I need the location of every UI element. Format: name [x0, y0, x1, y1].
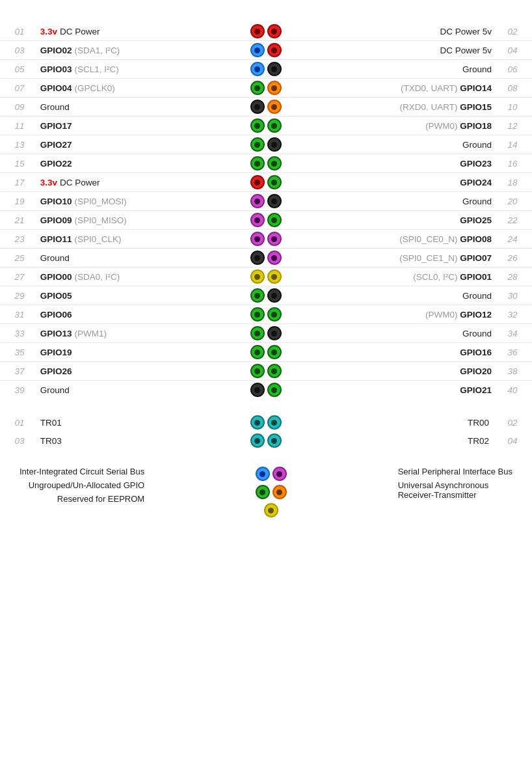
pin-inner: [271, 217, 277, 223]
pin-right: [267, 137, 282, 152]
pin-left: [250, 194, 265, 208]
pin-inner: [254, 349, 260, 355]
gpio-title: [0, 7, 532, 18]
pin-inner: [254, 420, 260, 426]
pin-inner: [254, 199, 260, 204]
pin-number-right: 16: [493, 154, 532, 173]
pin-connector: [226, 305, 307, 324]
legend-right-col: Serial Peripheral Interface Bus Universa…: [398, 467, 512, 500]
table-row: 35 GPIO19 GPIO16 36: [0, 343, 532, 362]
pin-left: [250, 383, 265, 397]
table-row: 37 GPIO26 GPIO20 38: [0, 362, 532, 381]
pin-inner: [271, 293, 277, 299]
pin-right: [267, 62, 282, 76]
gpio-table: 01 3.3v DC Power DC Power 5v 02 03 GPIO0…: [0, 18, 532, 399]
table-row: 27 GPIO00 (SDA0, I²C) (SCL0, I²C) GPIO01…: [0, 267, 532, 286]
pin-name-left: GPIO03 (SCL1, I²C): [39, 60, 226, 79]
pin-left: [250, 269, 265, 284]
pin-name-left: Ground: [39, 381, 226, 400]
pin-left: [250, 118, 265, 133]
legend-i2c-label: Inter-Integrated Circuit Serial Bus: [20, 467, 144, 476]
pin-number-left: 17: [0, 173, 39, 192]
pin-left: [250, 213, 265, 227]
pin-inner: [271, 255, 277, 261]
pin-number-left: 23: [0, 230, 39, 249]
pin-right: [267, 307, 282, 322]
poe-table-row: 01 TR01 TR00 02: [0, 413, 532, 432]
legend-eeprom-label: Reserved for EEPROM: [57, 494, 144, 504]
legend-section: Inter-Integrated Circuit Serial Bus Ungr…: [0, 464, 532, 520]
pin-inner: [271, 420, 277, 426]
pin-number-right: 36: [493, 343, 532, 362]
pin-inner: [254, 368, 260, 374]
pin-number-right: 02: [493, 22, 532, 41]
legend-pin-purple: [273, 467, 287, 481]
table-row: 25 Ground (SPI0_CE1_N) GPIO07 26: [0, 249, 532, 267]
pin-inner: [254, 104, 260, 110]
pin-name-left: 3.3v DC Power: [39, 22, 226, 41]
pin-inner: [271, 123, 277, 129]
pin-number-left: 35: [0, 343, 39, 362]
pin-right: [267, 24, 282, 38]
pin-right: [267, 213, 282, 227]
pin-left: [250, 433, 265, 448]
pin-left: [250, 251, 265, 265]
pin-name-right: (SCL0, I²C) GPIO01: [306, 267, 493, 286]
pin-inner: [271, 349, 277, 355]
pin-connector: [226, 192, 307, 211]
pin-connector: [226, 286, 307, 305]
pin-number-right: 34: [493, 324, 532, 343]
legend-gpio-label: Ungrouped/Un-Allocated GPIO: [29, 480, 144, 490]
pin-name-right: GPIO20: [306, 362, 493, 381]
poe-name-right: TR00: [306, 413, 493, 432]
pin-right: [267, 232, 282, 246]
pin-name-right: DC Power 5v: [306, 41, 493, 60]
legend-item-gpio: Ungrouped/Un-Allocated GPIO: [29, 480, 144, 490]
poe-connector: [226, 432, 307, 450]
pin-name-left: 3.3v DC Power: [39, 173, 226, 192]
legend-title: [0, 450, 532, 464]
legend-pins-eeprom: [264, 503, 278, 517]
pin-connector: [226, 60, 307, 79]
pin-inner: [276, 471, 282, 477]
legend-pin-blue: [256, 467, 270, 481]
pin-number-left: 29: [0, 286, 39, 305]
poe-table-row: 03 TR03 TR02 04: [0, 432, 532, 450]
pin-name-left: GPIO06: [39, 305, 226, 324]
pin-left: [250, 100, 265, 114]
pin-inner: [254, 29, 260, 34]
table-row: 13 GPIO27 Ground 14: [0, 135, 532, 154]
legend-item-i2c: Inter-Integrated Circuit Serial Bus: [20, 467, 144, 476]
pin-inner: [271, 85, 277, 91]
pin-number-left: 19: [0, 192, 39, 211]
legend-pin-orange: [273, 485, 287, 499]
pin-name-left: Ground: [39, 249, 226, 267]
legend-pins-gpio: [256, 485, 287, 499]
pin-inner: [259, 489, 265, 495]
pin-inner: [254, 217, 260, 223]
poe-name-left: TR01: [39, 413, 226, 432]
table-row: 33 GPIO13 (PWM1) Ground 34: [0, 324, 532, 343]
pin-inner: [271, 438, 277, 444]
pin-inner: [254, 180, 260, 185]
pin-left: [250, 345, 265, 359]
pin-right: [267, 175, 282, 189]
pin-inner: [271, 387, 277, 393]
pin-name-left: GPIO09 (SPI0_MISO): [39, 211, 226, 230]
pin-name-left: GPIO17: [39, 116, 226, 135]
pin-connector: [226, 22, 307, 41]
pin-inner: [271, 104, 277, 110]
pin-name-right: GPIO16: [306, 343, 493, 362]
pin-right: [267, 288, 282, 303]
poe-pin-right: 02: [493, 413, 532, 432]
poe-connector: [226, 413, 307, 432]
poe-pin-left: 03: [0, 432, 39, 450]
pin-inner: [254, 236, 260, 242]
poe-table: 01 TR01 TR00 02 03 TR03 TR02 04: [0, 413, 532, 450]
pin-name-left: GPIO27: [39, 135, 226, 154]
pin-name-right: (RXD0, UART) GPIO15: [306, 98, 493, 116]
pin-name-right: GPIO24: [306, 173, 493, 192]
pin-connector: [226, 154, 307, 173]
pin-inner: [254, 48, 260, 53]
table-row: 23 GPIO11 (SPI0_CLK) (SPI0_CE0_N) GPIO08…: [0, 230, 532, 249]
